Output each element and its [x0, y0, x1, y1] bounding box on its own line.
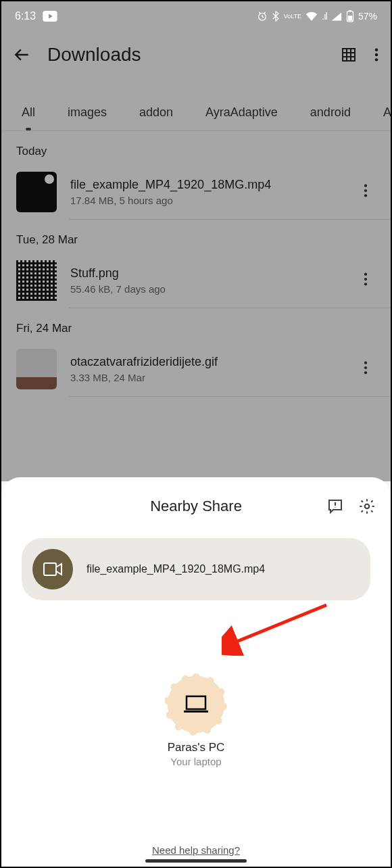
section-header: Fri, 24 Mar	[1, 308, 391, 342]
app-bar: Downloads	[1, 31, 391, 78]
svg-rect-5	[343, 49, 355, 61]
svg-point-10	[364, 189, 367, 192]
list-item[interactable]: Stuff.png 55.46 kB, 7 days ago	[1, 254, 391, 308]
grid-view-icon[interactable]	[341, 47, 357, 63]
file-name: otaczatvarafrizideridijete.gif	[70, 355, 342, 369]
tab-ayraadaptive[interactable]: AyraAdaptive	[205, 105, 278, 120]
device-name: Paras's PC	[168, 741, 225, 754]
svg-point-23	[217, 688, 224, 696]
alarm-icon	[257, 11, 268, 22]
sharing-file-chip[interactable]: file_example_MP4_1920_18MG.mp4	[22, 538, 370, 600]
svg-rect-33	[187, 696, 205, 709]
laptop-icon	[182, 694, 210, 715]
file-name: file_example_MP4_1920_18MG.mp4	[70, 178, 342, 192]
svg-point-11	[364, 194, 367, 197]
signal-dots-icon: .ıl	[322, 11, 327, 22]
svg-point-7	[375, 53, 378, 56]
svg-point-28	[175, 723, 182, 731]
feedback-icon[interactable]	[327, 498, 343, 514]
file-more-icon[interactable]	[356, 183, 376, 201]
file-name: Stuff.png	[70, 266, 342, 281]
tab-all[interactable]: All	[22, 105, 35, 120]
svg-point-21	[192, 673, 199, 681]
help-link[interactable]: Need help sharing?	[16, 844, 376, 856]
annotation-arrow	[222, 602, 330, 656]
battery-percent: 57%	[358, 11, 377, 22]
file-meta: 17.84 MB, 5 hours ago	[70, 195, 342, 206]
list-item[interactable]: file_example_MP4_1920_18MG.mp4 17.84 MB,…	[1, 165, 391, 219]
device-subtitle: Your laptop	[170, 756, 221, 767]
section-header: Today	[1, 131, 391, 165]
svg-point-18	[365, 504, 370, 509]
sheet-title: Nearby Share	[150, 498, 242, 515]
svg-point-29	[166, 711, 174, 719]
status-bar: 6:13 VoLTE .ıl 57%	[1, 1, 391, 31]
image-thumbnail	[16, 260, 57, 301]
svg-rect-4	[348, 16, 352, 21]
tab-android[interactable]: android	[310, 105, 351, 120]
page-title: Downloads	[47, 44, 324, 66]
svg-point-14	[364, 283, 367, 285]
video-thumbnail	[16, 172, 57, 212]
file-more-icon[interactable]	[356, 360, 376, 378]
svg-point-27	[189, 728, 197, 736]
battery-icon	[346, 10, 354, 22]
svg-point-22	[207, 677, 214, 685]
svg-rect-3	[349, 10, 351, 11]
svg-point-13	[364, 278, 367, 281]
status-time: 6:13	[15, 10, 36, 22]
bluetooth-icon	[272, 11, 280, 22]
svg-point-9	[364, 185, 367, 187]
file-meta: 55.46 kB, 7 days ago	[70, 283, 342, 295]
svg-rect-19	[44, 563, 56, 575]
nearby-share-sheet: Nearby Share file_example_MP4_1920_18MG.…	[1, 477, 391, 867]
file-more-icon[interactable]	[356, 272, 376, 289]
svg-point-31	[170, 683, 178, 691]
gear-icon[interactable]	[358, 498, 376, 515]
back-icon[interactable]	[14, 46, 31, 64]
svg-point-8	[375, 58, 378, 61]
svg-point-32	[182, 675, 189, 683]
sharing-file-name: file_example_MP4_1920_18MG.mp4	[87, 563, 265, 575]
svg-point-6	[375, 48, 378, 51]
youtube-icon	[43, 11, 57, 22]
file-meta: 3.33 MB, 24 Mar	[70, 372, 342, 383]
image-thumbnail	[16, 349, 57, 389]
svg-point-24	[220, 702, 227, 710]
more-icon[interactable]	[374, 47, 378, 62]
svg-point-12	[364, 273, 367, 276]
video-file-icon	[32, 549, 73, 589]
svg-point-15	[364, 362, 367, 364]
volte-icon: VoLTE	[284, 14, 301, 20]
tab-images[interactable]: images	[68, 105, 107, 120]
device-target[interactable]	[169, 677, 223, 731]
signal-icon	[331, 11, 342, 21]
home-indicator[interactable]	[145, 859, 247, 863]
svg-point-16	[364, 366, 367, 369]
list-item[interactable]: otaczatvarafrizideridijete.gif 3.33 MB, …	[1, 342, 391, 396]
svg-point-17	[364, 371, 367, 374]
divider	[69, 396, 391, 397]
tab-addon[interactable]: addon	[139, 105, 173, 120]
svg-point-25	[215, 717, 222, 724]
svg-rect-34	[184, 710, 208, 713]
section-header: Tue, 28 Mar	[1, 220, 391, 254]
wifi-icon	[305, 11, 318, 21]
svg-point-26	[203, 726, 211, 733]
tab-ayrala[interactable]: AyraLa	[383, 105, 391, 120]
tabs: All images addon AyraAdaptive android Ay…	[1, 78, 391, 131]
